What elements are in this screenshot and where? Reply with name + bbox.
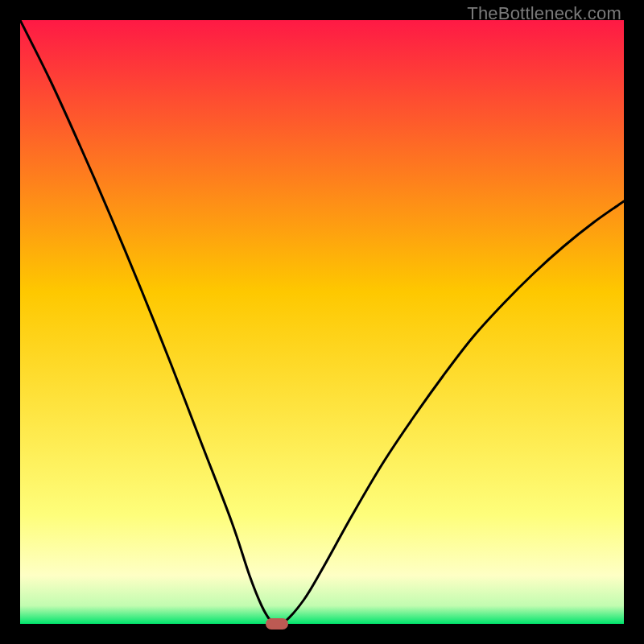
optimal-marker [266,618,288,630]
chart-frame [20,20,624,624]
bottleneck-chart [20,20,624,624]
gradient-background [20,20,624,624]
watermark-text: TheBottleneck.com [467,3,621,24]
